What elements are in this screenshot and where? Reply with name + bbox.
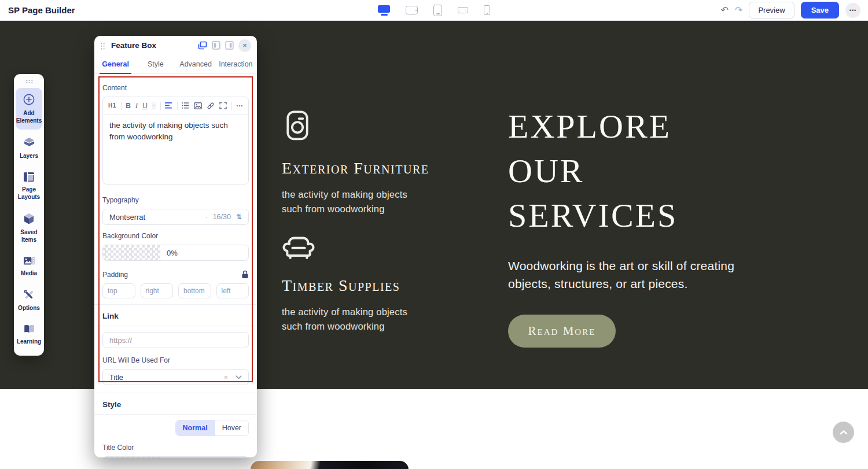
- panel-drag-handle-icon[interactable]: [100, 42, 105, 50]
- feature-title: Exterior Furniture: [282, 159, 444, 178]
- topbar: SP Page Builder ↶ ↷ Preview Save •••: [0, 0, 868, 21]
- device-phone-landscape-icon[interactable]: [458, 7, 468, 13]
- layout-icon: [23, 172, 35, 182]
- title-color-field: 0%: [102, 456, 249, 457]
- preview-button[interactable]: Preview: [749, 2, 794, 19]
- background-color-value[interactable]: 0%: [160, 245, 248, 260]
- editor-toolbar: H1 B I U: [103, 97, 248, 115]
- close-icon[interactable]: ×: [238, 39, 251, 52]
- tab-general[interactable]: General: [95, 55, 135, 73]
- layers-icon: [23, 136, 35, 149]
- device-desktop-icon[interactable]: [378, 5, 390, 16]
- feature-box-exterior-furniture[interactable]: Exterior Furniture the activity of makin…: [282, 109, 444, 216]
- padding-right-input[interactable]: [141, 283, 174, 298]
- typography-field[interactable]: Montserrat · 16/30 ⇅: [102, 209, 249, 225]
- more-options-button[interactable]: •••: [845, 3, 860, 18]
- title-color-value[interactable]: 0%: [160, 457, 248, 457]
- background-color-label: Background Color: [102, 232, 249, 240]
- sidebar-item-label: Learning: [17, 338, 41, 345]
- chevron-up-icon: [840, 430, 848, 435]
- lock-icon[interactable]: [241, 270, 249, 279]
- image-icon: [23, 256, 35, 266]
- url-used-for-label: URL Will Be Used For: [102, 356, 249, 364]
- app-title: SP Page Builder: [8, 5, 75, 15]
- sidebar-item-label: Layers: [20, 152, 38, 160]
- content-editor: H1 B I U: [102, 97, 249, 184]
- state-hover-button[interactable]: Hover: [215, 420, 248, 435]
- padding-top-input[interactable]: [102, 283, 135, 298]
- tab-interaction[interactable]: Interaction: [216, 55, 256, 73]
- wardrobe-icon: [282, 109, 313, 143]
- sp-page-builder-app: SP Page Builder ↶ ↷ Preview Save •••: [0, 0, 868, 469]
- background-color-field: 0%: [102, 245, 249, 261]
- typography-font-value: Montserrat: [109, 213, 145, 221]
- undo-icon[interactable]: ↶: [721, 6, 729, 15]
- content-text-area[interactable]: the activity of making objects such from…: [103, 115, 248, 184]
- feature-description: the activity of making objects such from…: [282, 187, 426, 216]
- state-normal-button[interactable]: Normal: [176, 420, 215, 435]
- sidebar-item-learning[interactable]: Learning: [16, 319, 42, 350]
- phone-in-hand-image: [251, 461, 409, 469]
- scroll-to-top-button[interactable]: [833, 422, 854, 443]
- text-color-swatch[interactable]: [152, 102, 156, 109]
- redo-icon[interactable]: ↷: [735, 6, 742, 15]
- builder-sidebar: Add Elements Layers Page Layouts: [14, 74, 44, 356]
- padding-bottom-input[interactable]: [178, 283, 211, 298]
- panel-tabs: General Style Advanced Interaction: [94, 55, 257, 74]
- sidebar-drag-handle-icon[interactable]: [25, 79, 33, 84]
- save-button[interactable]: Save: [801, 2, 839, 19]
- dock-left-icon[interactable]: [212, 41, 220, 50]
- sidebar-item-layers[interactable]: Layers: [16, 131, 42, 165]
- typography-size-value: 16/30: [213, 213, 231, 221]
- device-tablet-landscape-icon[interactable]: [406, 6, 418, 14]
- size-toggle-icon[interactable]: ⇅: [236, 213, 242, 221]
- sofa-icon: [282, 232, 315, 260]
- floating-mode-icon[interactable]: [198, 41, 207, 50]
- underline-button[interactable]: U: [142, 102, 148, 109]
- sidebar-item-label: Page Layouts: [16, 186, 42, 201]
- device-switcher: [378, 5, 490, 16]
- insert-image-button[interactable]: [194, 102, 202, 109]
- hero-paragraph: Woodworking is the art or skill of creat…: [508, 257, 763, 293]
- device-phone-portrait-icon[interactable]: [484, 5, 490, 15]
- bold-button[interactable]: B: [126, 102, 131, 109]
- editor-more-icon[interactable]: •••: [237, 104, 243, 108]
- panel-title: Feature Box: [111, 41, 193, 50]
- url-used-for-select[interactable]: Title ×: [102, 369, 249, 385]
- expand-button[interactable]: [219, 102, 227, 109]
- topbar-actions: ↶ ↷ Preview Save •••: [721, 2, 860, 19]
- align-button[interactable]: [165, 102, 172, 109]
- list-button[interactable]: [182, 102, 189, 109]
- sidebar-item-saved-items[interactable]: Saved Items: [16, 208, 42, 249]
- sidebar-item-add-elements[interactable]: Add Elements: [16, 88, 42, 130]
- title-color-swatch[interactable]: [103, 457, 160, 457]
- panel-body: Content H1 B I U: [94, 74, 257, 457]
- background-color-swatch[interactable]: [103, 245, 160, 260]
- link-section-heading: Link: [102, 312, 249, 320]
- tools-icon: [23, 289, 35, 301]
- italic-button[interactable]: I: [135, 102, 138, 109]
- sidebar-item-options[interactable]: Options: [16, 284, 42, 317]
- hero-heading-line: OUR: [508, 149, 786, 193]
- tab-style[interactable]: Style: [135, 55, 175, 73]
- sidebar-item-label: Saved Items: [16, 228, 42, 243]
- link-button[interactable]: [207, 102, 215, 110]
- style-section-heading: Style: [102, 400, 249, 409]
- link-url-input[interactable]: [102, 332, 249, 348]
- tab-advanced[interactable]: Advanced: [176, 55, 216, 73]
- padding-left-input[interactable]: [216, 283, 249, 298]
- heading-format-button[interactable]: H1: [108, 103, 116, 109]
- panel-header: Feature Box: [94, 36, 257, 55]
- chevron-down-icon[interactable]: [236, 375, 242, 379]
- device-tablet-portrait-icon[interactable]: [433, 5, 442, 16]
- sidebar-item-media[interactable]: Media: [16, 250, 42, 282]
- feature-box-timber-supplies[interactable]: Timber Supplies the activity of making o…: [282, 232, 444, 334]
- panel-window-controls: ×: [198, 39, 251, 52]
- clear-selection-icon[interactable]: ×: [223, 373, 228, 382]
- sidebar-item-page-layouts[interactable]: Page Layouts: [16, 167, 42, 206]
- dock-right-icon[interactable]: [225, 41, 234, 50]
- sidebar-item-label: Add Elements: [16, 109, 42, 124]
- hero-section: EXPLORE OUR SERVICES Woodworking is the …: [508, 104, 786, 348]
- state-toggle: Normal Hover: [175, 420, 249, 436]
- read-more-button[interactable]: Read More: [508, 315, 616, 348]
